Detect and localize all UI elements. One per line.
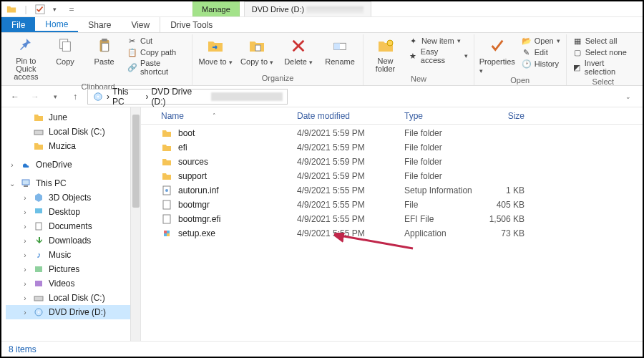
copy-to-button[interactable]: Copy to ▾ (240, 36, 274, 66)
file-row[interactable]: support4/9/2021 5:59 PMFile folder (161, 169, 643, 183)
pictures-icon (33, 263, 44, 275)
ribbon-group-select: ▦Select all ▢Select none ◩Invert selecti… (567, 34, 640, 85)
tree-item-local-c-2[interactable]: ›Local Disk (C:) (6, 291, 140, 305)
folder-icon (161, 142, 172, 153)
tree-item-3d-objects[interactable]: ›3D Objects (6, 190, 140, 205)
open-button[interactable]: 📂Open ▾ (522, 36, 560, 46)
tree-item-this-pc[interactable]: ⌄This PC (6, 176, 140, 190)
ribbon-tab-share[interactable]: Share (78, 17, 121, 32)
qat-overflow[interactable]: = (66, 4, 77, 15)
column-type[interactable]: Type (404, 111, 483, 121)
ribbon-group-open: Properties ▾ 📂Open ▾ ✎Edit 🕑History Open (474, 34, 567, 85)
history-icon: 🕑 (522, 59, 532, 69)
file-row[interactable]: bootmgr4/9/2021 5:55 PMFile405 KB (161, 198, 643, 212)
column-name[interactable]: Name˄ (161, 111, 297, 121)
up-button[interactable]: ↑ (67, 89, 83, 105)
nav-scrollbar[interactable] (130, 107, 140, 341)
ribbon-group-label: New (369, 73, 468, 84)
svg-point-9 (387, 40, 393, 46)
svg-point-23 (165, 189, 168, 192)
move-to-icon (205, 36, 225, 56)
file-size: 405 KB (483, 200, 533, 210)
pin-icon (16, 36, 36, 56)
nav-scroll-thumb[interactable] (132, 115, 140, 208)
pin-to-quick-access-button[interactable]: Pin to Quick access (10, 36, 42, 81)
tree-item-dvd-drive[interactable]: ›DVD Drive (D:) (6, 305, 140, 319)
history-button[interactable]: 🕑History (522, 59, 560, 69)
ribbon-tab-drive-tools[interactable]: Drive Tools (160, 17, 223, 32)
properties-button[interactable]: Properties ▾ (480, 36, 514, 74)
new-folder-button[interactable]: New folder (369, 36, 401, 73)
explorer-window: | ▾ = Manage DVD Drive (D:) File Home Sh… (0, 0, 644, 358)
forward-button[interactable]: → (27, 89, 43, 105)
file-row[interactable]: autorun.inf4/9/2021 5:55 PMSetup Informa… (161, 183, 643, 198)
rename-button[interactable]: Rename (323, 36, 357, 66)
column-headers: Name˄ Date modified Type Size (141, 107, 643, 125)
contextual-tab-manage[interactable]: Manage (192, 1, 240, 16)
videos-icon (33, 278, 44, 289)
new-item-button[interactable]: ✦New item ▾ (409, 36, 468, 46)
breadcrumb-segment[interactable]: › This PC (107, 87, 143, 107)
tree-item-documents[interactable]: ›Documents (6, 219, 140, 233)
new-item-icon: ✦ (409, 36, 419, 46)
file-type: Application (404, 228, 483, 238)
back-button[interactable]: ← (7, 89, 23, 105)
select-none-button[interactable]: ▢Select none (572, 47, 634, 57)
easy-access-button[interactable]: ★Easy access ▾ (409, 47, 468, 64)
column-date[interactable]: Date modified (297, 111, 404, 121)
svg-rect-5 (102, 43, 108, 51)
svg-rect-27 (164, 231, 167, 233)
tree-item-desktop[interactable]: ›Desktop (6, 205, 140, 219)
navigation-pane[interactable]: June Local Disk (C:) Muzica ›OneDrive ⌄T… (1, 107, 141, 341)
column-size[interactable]: Size (483, 111, 533, 121)
file-row[interactable]: efi4/9/2021 5:59 PMFile folder (161, 140, 643, 155)
ribbon-tab-strip: File Home Share View Drive Tools (1, 17, 643, 33)
file-date: 4/9/2021 5:55 PM (297, 228, 404, 238)
qat-customize-icon[interactable]: ▾ (49, 4, 60, 15)
file-row[interactable]: sources4/9/2021 5:59 PMFile folder (161, 155, 643, 169)
ribbon-tab-file[interactable]: File (1, 17, 35, 32)
delete-button[interactable]: Delete ▾ (281, 36, 316, 66)
invert-selection-button[interactable]: ◩Invert selection (572, 59, 634, 76)
file-date: 4/9/2021 5:55 PM (297, 214, 404, 224)
cut-button[interactable]: ✂Cut (127, 36, 186, 46)
tree-item-muzica[interactable]: Muzica (6, 139, 140, 153)
tree-item-downloads[interactable]: ›Downloads (6, 233, 140, 248)
inf-icon (161, 185, 172, 196)
svg-point-21 (38, 311, 39, 313)
breadcrumb-segment[interactable]: › DVD Drive (D:) (146, 87, 209, 107)
file-row[interactable]: setup.exe4/9/2021 5:55 PMApplication73 K… (161, 226, 643, 241)
recent-locations-button[interactable]: ▾ (47, 89, 63, 105)
select-all-button[interactable]: ▦Select all (572, 36, 634, 46)
tree-item-june[interactable]: June (6, 110, 140, 125)
file-row[interactable]: bootmgr.efi4/9/2021 5:55 PMEFI File1,506… (161, 212, 643, 226)
status-item-count: 8 items (9, 344, 36, 354)
address-dropdown-button[interactable]: ⌄ (625, 93, 631, 100)
drive-icon (92, 91, 104, 102)
tree-item-pictures[interactable]: ›Pictures (6, 262, 140, 276)
setup-icon (161, 228, 172, 239)
ribbon-tab-home[interactable]: Home (35, 17, 78, 32)
svg-rect-8 (334, 43, 340, 49)
ribbon-group-label: Open (480, 74, 560, 86)
copy-button[interactable]: Copy (49, 36, 82, 66)
copy-path-button[interactable]: 📋Copy path (127, 47, 186, 57)
file-row[interactable]: boot4/9/2021 5:59 PMFile folder (161, 126, 643, 140)
edit-button[interactable]: ✎Edit (522, 47, 560, 57)
tree-item-videos[interactable]: ›Videos (6, 276, 140, 291)
svg-rect-18 (35, 281, 42, 286)
paste-shortcut-button[interactable]: 🔗Paste shortcut (127, 59, 186, 76)
move-to-button[interactable]: Move to ▾ (198, 36, 233, 66)
breadcrumb-bar[interactable]: › This PC › DVD Drive (D:) (87, 89, 288, 105)
checkbox-on-icon[interactable] (34, 4, 46, 15)
tree-item-music[interactable]: ›♪Music (6, 248, 140, 262)
copy-path-icon: 📋 (127, 47, 137, 57)
paste-button[interactable]: Paste (88, 36, 120, 66)
svg-rect-28 (167, 233, 170, 236)
ribbon-tab-view[interactable]: View (121, 17, 160, 32)
svg-rect-2 (62, 42, 70, 52)
file-name: bootmgr (178, 200, 210, 210)
tree-item-local-c[interactable]: Local Disk (C:) (6, 125, 140, 139)
svg-rect-25 (163, 215, 170, 223)
tree-item-onedrive[interactable]: ›OneDrive (6, 158, 140, 172)
